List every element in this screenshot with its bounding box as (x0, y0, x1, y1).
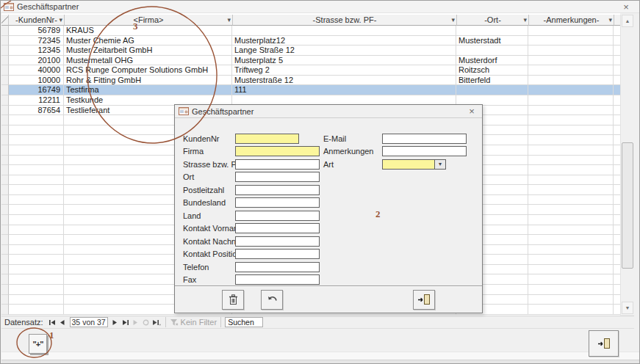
cell-strasse[interactable]: 111 (232, 85, 456, 95)
record-selector[interactable] (1, 205, 9, 215)
record-selector[interactable] (1, 36, 9, 46)
column-dropdown-icon[interactable]: ▾ (523, 16, 527, 23)
cell-ort[interactable]: Roitzsch (456, 65, 528, 76)
search-input[interactable]: Suchen (225, 317, 263, 327)
cell-kundennr[interactable] (9, 195, 64, 205)
cell-kundennr[interactable] (9, 215, 64, 225)
cell-ort[interactable] (456, 85, 528, 95)
record-selector[interactable] (1, 106, 9, 116)
cell-anmerkungen[interactable] (528, 36, 614, 46)
cell-kundennr[interactable]: 40000 (9, 65, 64, 76)
nav-new-record-button[interactable] (151, 317, 162, 327)
cell-kundennr[interactable] (9, 145, 64, 156)
cell-kundennr[interactable] (9, 265, 64, 275)
cell-strasse[interactable]: Musterplatz12 (232, 36, 456, 46)
scroll-down-button[interactable]: ▼ (622, 302, 633, 314)
cell-firma[interactable]: Testfirma (64, 85, 232, 95)
cell-kundennr[interactable] (9, 175, 64, 186)
cell-anmerkungen[interactable] (528, 205, 614, 215)
cell-kundennr[interactable] (9, 245, 64, 255)
cell-anmerkungen[interactable] (528, 305, 614, 315)
close-form-button[interactable] (413, 290, 435, 310)
cell-firma[interactable]: Rohr & Fitting GmbH (64, 76, 232, 86)
cell-kundennr[interactable]: 10000 (9, 76, 64, 86)
field-input-telefon[interactable] (235, 262, 320, 272)
nav-first-button[interactable] (47, 317, 57, 327)
cell-kundennr[interactable] (9, 165, 64, 175)
field-input-land[interactable] (235, 211, 320, 221)
cell-anmerkungen[interactable] (528, 65, 614, 76)
undo-button[interactable] (261, 290, 283, 310)
column-header[interactable]: <Firma>▾ (65, 15, 233, 26)
cell-kundennr[interactable] (9, 115, 64, 125)
cell-anmerkungen[interactable] (528, 85, 614, 95)
cell-kundennr[interactable]: 20100 (9, 56, 64, 66)
dialog-close-icon[interactable]: × (466, 105, 478, 117)
cell-anmerkungen[interactable] (528, 285, 614, 295)
cell-anmerkungen[interactable] (528, 46, 614, 56)
cell-kundennr[interactable] (9, 185, 64, 195)
cell-anmerkungen[interactable] (528, 295, 614, 305)
record-selector[interactable] (1, 175, 9, 186)
cell-anmerkungen[interactable] (528, 274, 614, 285)
cell-kundennr[interactable]: 16749 (9, 85, 64, 95)
cell-kundennr[interactable] (9, 125, 64, 136)
record-selector[interactable] (1, 185, 9, 195)
cell-anmerkungen[interactable] (528, 255, 614, 265)
cell-kundennr[interactable] (9, 156, 64, 166)
cell-anmerkungen[interactable] (528, 185, 614, 195)
cell-strasse[interactable] (232, 26, 456, 36)
window-close-icon[interactable]: × (620, 1, 632, 12)
record-selector[interactable] (1, 85, 9, 95)
field-input-kontakt-position[interactable] (235, 249, 320, 259)
record-selector[interactable] (1, 135, 9, 145)
nav-next-button[interactable] (110, 317, 121, 327)
record-selector[interactable] (1, 295, 9, 305)
cell-strasse[interactable]: Musterstraße 12 (232, 76, 456, 86)
field-input-kontakt-vorname[interactable] (235, 223, 320, 233)
nav-last-button[interactable] (121, 317, 131, 327)
cell-anmerkungen[interactable] (528, 175, 614, 186)
field-input-kontakt-nachname[interactable] (235, 236, 320, 247)
record-selector[interactable] (1, 274, 9, 285)
record-selector[interactable] (1, 145, 9, 156)
cell-ort[interactable]: Musterstadt (456, 36, 528, 46)
cell-kundennr[interactable] (9, 274, 64, 285)
column-dropdown-icon[interactable]: ▾ (451, 16, 455, 23)
cell-ort[interactable] (456, 46, 528, 56)
cell-ort[interactable]: Bitterfeld (456, 76, 528, 86)
delete-record-button[interactable] (222, 290, 244, 310)
column-dropdown-icon[interactable]: ▾ (608, 16, 612, 23)
column-header[interactable]: -Ort-▾ (457, 15, 529, 26)
cell-firma[interactable]: Mustermetall OHG (64, 56, 232, 66)
cell-strasse[interactable]: Musterplatz 5 (232, 56, 456, 66)
field-input-postleitzahl[interactable] (235, 185, 320, 195)
column-header[interactable]: -KundenNr-▾ (9, 15, 65, 26)
cell-firma[interactable]: RCS Runge Computer Solutions GmbH (64, 65, 232, 76)
field-input-strasse-bzw-pf[interactable] (235, 159, 320, 170)
record-selector[interactable] (1, 26, 9, 36)
cell-anmerkungen[interactable] (528, 26, 614, 36)
cell-anmerkungen[interactable] (528, 235, 614, 245)
record-selector[interactable] (1, 245, 9, 255)
cell-ort[interactable]: Musterdorf (456, 56, 528, 66)
cell-kundennr[interactable]: 12211 (9, 95, 64, 106)
cell-anmerkungen[interactable] (528, 95, 614, 106)
record-selector[interactable] (1, 285, 9, 295)
field-input-art[interactable]: ▾ (382, 159, 446, 170)
cell-kundennr[interactable] (9, 225, 64, 236)
scroll-up-button[interactable]: ▲ (622, 15, 633, 27)
cell-kundennr[interactable]: 56789 (9, 26, 64, 36)
cell-anmerkungen[interactable] (528, 125, 614, 136)
record-selector[interactable] (1, 76, 9, 86)
cell-strasse[interactable]: Lange Straße 12 (232, 46, 456, 56)
cell-anmerkungen[interactable] (528, 165, 614, 175)
cell-kundennr[interactable]: 87654 (9, 106, 64, 116)
field-input-ort[interactable] (235, 172, 320, 182)
cell-ort[interactable] (456, 26, 528, 36)
cell-kundennr[interactable] (9, 255, 64, 265)
field-input-firma[interactable] (235, 146, 320, 156)
cell-firma[interactable]: Muster Zeitarbeit GmbH (64, 46, 232, 56)
field-input-e-mail[interactable] (382, 134, 467, 144)
cell-kundennr[interactable] (9, 295, 64, 305)
